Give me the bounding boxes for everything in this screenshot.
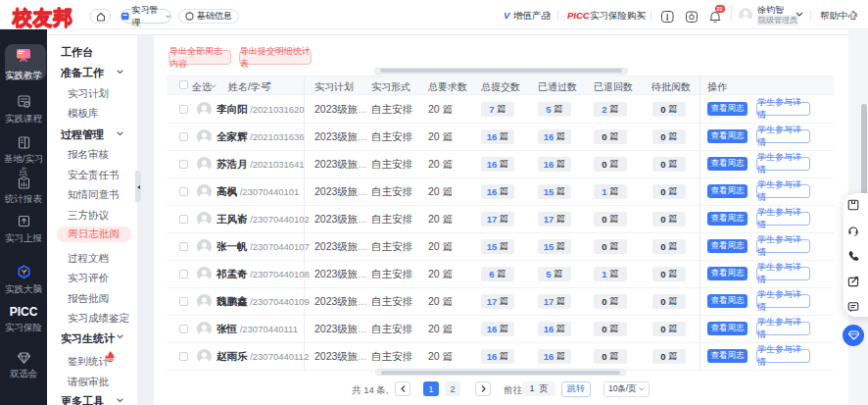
svg-text:HOT: HOT xyxy=(106,357,115,362)
